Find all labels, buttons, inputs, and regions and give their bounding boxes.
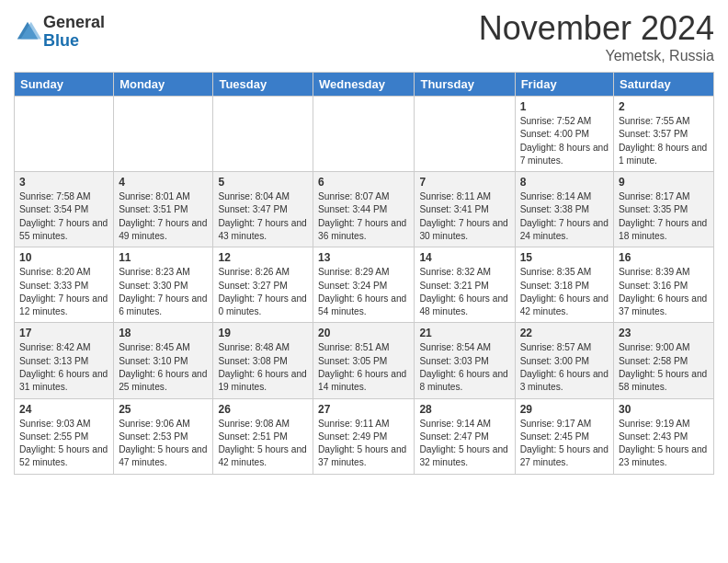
calendar-day-cell: 7Sunrise: 8:11 AMSunset: 3:41 PMDaylight…: [415, 172, 515, 247]
day-number: 2: [619, 100, 709, 113]
day-number: 11: [119, 251, 208, 264]
day-number: 8: [520, 176, 609, 189]
calendar-week-row: 1Sunrise: 7:52 AMSunset: 4:00 PMDaylight…: [15, 97, 714, 172]
day-number: 23: [619, 327, 709, 339]
day-info: Sunrise: 9:06 AMSunset: 2:53 PMDaylight:…: [119, 418, 208, 470]
day-info: Sunrise: 9:00 AMSunset: 2:58 PMDaylight:…: [619, 341, 709, 394]
calendar-day-cell: 14Sunrise: 8:32 AMSunset: 3:21 PMDayligh…: [415, 247, 515, 323]
day-number: 5: [218, 176, 308, 189]
day-info: Sunrise: 9:17 AMSunset: 2:45 PMDaylight:…: [520, 418, 609, 470]
day-number: 28: [419, 403, 509, 416]
calendar-day-header: Wednesday: [313, 73, 415, 97]
day-number: 25: [119, 403, 208, 416]
logo-blue-text: Blue: [43, 32, 105, 51]
day-info: Sunrise: 8:57 AMSunset: 3:00 PMDaylight:…: [520, 341, 609, 394]
day-number: 13: [318, 251, 409, 264]
calendar-day-cell: [15, 97, 114, 172]
day-info: Sunrise: 8:01 AMSunset: 3:51 PMDaylight:…: [119, 190, 208, 243]
calendar-day-cell: 1Sunrise: 7:52 AMSunset: 4:00 PMDaylight…: [515, 97, 613, 172]
day-number: 14: [419, 251, 509, 264]
day-number: 20: [318, 327, 409, 339]
day-info: Sunrise: 9:11 AMSunset: 2:49 PMDaylight:…: [318, 418, 409, 470]
day-number: 27: [318, 403, 409, 416]
day-number: 17: [19, 327, 108, 339]
calendar-day-cell: 27Sunrise: 9:11 AMSunset: 2:49 PMDayligh…: [313, 398, 415, 474]
day-info: Sunrise: 8:51 AMSunset: 3:05 PMDaylight:…: [318, 341, 409, 394]
calendar-day-cell: [213, 97, 313, 172]
day-number: 9: [619, 176, 709, 189]
calendar-day-cell: 9Sunrise: 8:17 AMSunset: 3:35 PMDaylight…: [614, 172, 714, 247]
day-number: 1: [520, 100, 609, 113]
logo-general-text: General: [43, 14, 105, 32]
calendar-day-cell: 6Sunrise: 8:07 AMSunset: 3:44 PMDaylight…: [313, 172, 415, 247]
calendar-day-cell: 26Sunrise: 9:08 AMSunset: 2:51 PMDayligh…: [213, 398, 313, 474]
logo: General Blue: [14, 14, 105, 51]
month-title: November 2024: [479, 9, 714, 48]
calendar-day-cell: 25Sunrise: 9:06 AMSunset: 2:53 PMDayligh…: [114, 398, 213, 474]
day-number: 6: [318, 176, 409, 189]
day-number: 21: [419, 327, 509, 339]
logo-icon: [14, 18, 41, 46]
day-info: Sunrise: 7:52 AMSunset: 4:00 PMDaylight:…: [520, 115, 609, 167]
day-number: 10: [19, 251, 108, 264]
day-number: 24: [19, 403, 108, 416]
logo-text: General Blue: [43, 14, 105, 51]
day-info: Sunrise: 8:48 AMSunset: 3:08 PMDaylight:…: [218, 341, 308, 394]
calendar-day-cell: [114, 97, 213, 172]
calendar-day-cell: 28Sunrise: 9:14 AMSunset: 2:47 PMDayligh…: [415, 398, 515, 474]
day-info: Sunrise: 7:58 AMSunset: 3:54 PMDaylight:…: [19, 190, 108, 243]
day-info: Sunrise: 9:14 AMSunset: 2:47 PMDaylight:…: [419, 418, 509, 470]
day-info: Sunrise: 8:45 AMSunset: 3:10 PMDaylight:…: [119, 341, 208, 394]
day-number: 30: [619, 403, 709, 416]
title-block: November 2024 Yemetsk, Russia: [479, 9, 714, 64]
calendar-day-cell: [415, 97, 515, 172]
calendar-day-cell: 4Sunrise: 8:01 AMSunset: 3:51 PMDaylight…: [114, 172, 213, 247]
day-number: 18: [119, 327, 208, 339]
day-number: 3: [19, 176, 108, 189]
day-info: Sunrise: 8:35 AMSunset: 3:18 PMDaylight:…: [520, 266, 609, 318]
calendar-day-header: Saturday: [614, 73, 714, 97]
calendar-week-row: 10Sunrise: 8:20 AMSunset: 3:33 PMDayligh…: [15, 247, 714, 323]
calendar-day-cell: 13Sunrise: 8:29 AMSunset: 3:24 PMDayligh…: [313, 247, 415, 323]
day-number: 19: [218, 327, 308, 339]
calendar-day-cell: 22Sunrise: 8:57 AMSunset: 3:00 PMDayligh…: [515, 323, 613, 398]
page-header: General Blue November 2024 Yemetsk, Russ…: [14, 9, 714, 64]
calendar-day-cell: 11Sunrise: 8:23 AMSunset: 3:30 PMDayligh…: [114, 247, 213, 323]
day-number: 7: [419, 176, 509, 189]
day-info: Sunrise: 7:55 AMSunset: 3:57 PMDaylight:…: [619, 115, 709, 167]
page-container: General Blue November 2024 Yemetsk, Russ…: [0, 0, 728, 484]
calendar-day-cell: 24Sunrise: 9:03 AMSunset: 2:55 PMDayligh…: [15, 398, 114, 474]
location: Yemetsk, Russia: [479, 48, 714, 64]
day-info: Sunrise: 8:14 AMSunset: 3:38 PMDaylight:…: [520, 190, 609, 243]
calendar-day-cell: 3Sunrise: 7:58 AMSunset: 3:54 PMDaylight…: [15, 172, 114, 247]
calendar-day-header: Sunday: [15, 73, 114, 97]
calendar-week-row: 3Sunrise: 7:58 AMSunset: 3:54 PMDaylight…: [15, 172, 714, 247]
day-number: 26: [218, 403, 308, 416]
calendar-day-cell: 23Sunrise: 9:00 AMSunset: 2:58 PMDayligh…: [614, 323, 714, 398]
calendar-day-cell: 19Sunrise: 8:48 AMSunset: 3:08 PMDayligh…: [213, 323, 313, 398]
day-info: Sunrise: 8:23 AMSunset: 3:30 PMDaylight:…: [119, 266, 208, 318]
calendar-day-header: Friday: [515, 73, 613, 97]
calendar-day-cell: 8Sunrise: 8:14 AMSunset: 3:38 PMDaylight…: [515, 172, 613, 247]
calendar-day-cell: 18Sunrise: 8:45 AMSunset: 3:10 PMDayligh…: [114, 323, 213, 398]
day-info: Sunrise: 8:20 AMSunset: 3:33 PMDaylight:…: [19, 266, 108, 318]
calendar-table: SundayMondayTuesdayWednesdayThursdayFrid…: [14, 72, 714, 475]
calendar-header-row: SundayMondayTuesdayWednesdayThursdayFrid…: [15, 73, 714, 97]
day-info: Sunrise: 8:39 AMSunset: 3:16 PMDaylight:…: [619, 266, 709, 318]
calendar-day-header: Tuesday: [213, 73, 313, 97]
calendar-day-cell: 10Sunrise: 8:20 AMSunset: 3:33 PMDayligh…: [15, 247, 114, 323]
day-number: 12: [218, 251, 308, 264]
day-info: Sunrise: 9:08 AMSunset: 2:51 PMDaylight:…: [218, 418, 308, 470]
calendar-day-cell: 17Sunrise: 8:42 AMSunset: 3:13 PMDayligh…: [15, 323, 114, 398]
day-info: Sunrise: 9:19 AMSunset: 2:43 PMDaylight:…: [619, 418, 709, 470]
calendar-day-cell: 29Sunrise: 9:17 AMSunset: 2:45 PMDayligh…: [515, 398, 613, 474]
day-info: Sunrise: 8:29 AMSunset: 3:24 PMDaylight:…: [318, 266, 409, 318]
day-info: Sunrise: 8:54 AMSunset: 3:03 PMDaylight:…: [419, 341, 509, 394]
calendar-day-cell: 30Sunrise: 9:19 AMSunset: 2:43 PMDayligh…: [614, 398, 714, 474]
day-info: Sunrise: 8:26 AMSunset: 3:27 PMDaylight:…: [218, 266, 308, 318]
calendar-day-header: Monday: [114, 73, 213, 97]
calendar-day-cell: 15Sunrise: 8:35 AMSunset: 3:18 PMDayligh…: [515, 247, 613, 323]
calendar-week-row: 24Sunrise: 9:03 AMSunset: 2:55 PMDayligh…: [15, 398, 714, 474]
calendar-day-cell: 21Sunrise: 8:54 AMSunset: 3:03 PMDayligh…: [415, 323, 515, 398]
calendar-week-row: 17Sunrise: 8:42 AMSunset: 3:13 PMDayligh…: [15, 323, 714, 398]
